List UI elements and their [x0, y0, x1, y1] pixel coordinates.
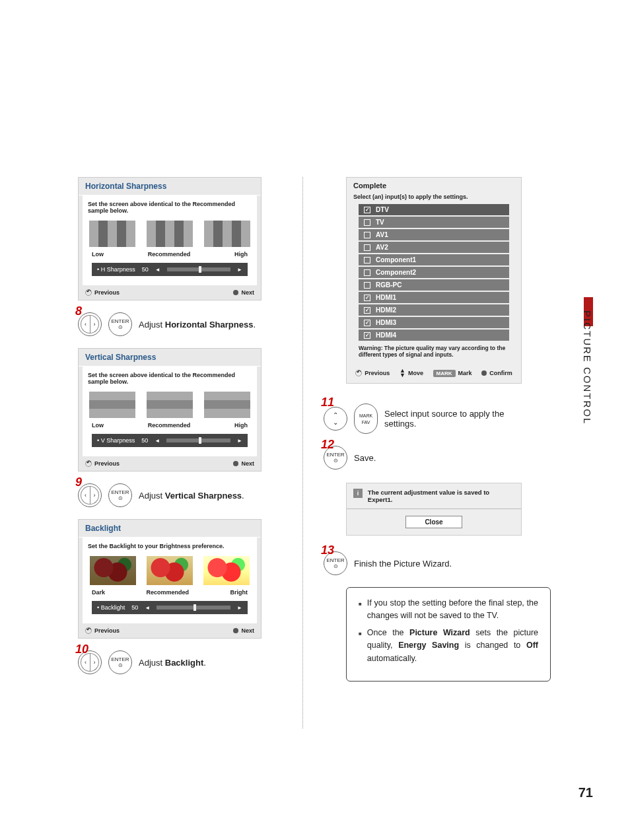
- close-button[interactable]: Close: [405, 516, 462, 528]
- input-row-hdmi3[interactable]: ✓HDMI3: [359, 317, 509, 328]
- up-down-button[interactable]: ⌃⌄: [324, 407, 347, 431]
- checkbox-icon[interactable]: [364, 257, 370, 263]
- label-low: Low: [92, 422, 104, 429]
- enter-button[interactable]: ENTER⊙: [108, 483, 132, 507]
- step-text-post: .: [203, 658, 206, 668]
- sample-high: [204, 392, 250, 418]
- footer-previous[interactable]: Previous: [94, 627, 120, 634]
- input-label: DTV: [376, 206, 389, 213]
- sample-bright: [203, 556, 250, 585]
- input-row-hdmi4[interactable]: ✓HDMI4: [359, 330, 509, 341]
- step-number: 10: [75, 643, 88, 656]
- label-recommended: Recommended: [148, 251, 191, 258]
- step-number: 8: [75, 304, 82, 318]
- note-1: If you stop the setting before the final…: [367, 597, 538, 623]
- sample-high: [204, 221, 250, 247]
- label-dark: Dark: [92, 589, 105, 596]
- footer-previous[interactable]: Previous: [94, 460, 120, 467]
- checkbox-icon[interactable]: [364, 232, 370, 238]
- mark-fav-button[interactable]: MARKFAV: [354, 403, 378, 434]
- enter-button[interactable]: ENTER⊙: [108, 312, 132, 336]
- checkbox-icon[interactable]: [364, 282, 370, 289]
- v-sharpness-slider[interactable]: • V Sharpness 50 ◄ ►: [92, 434, 248, 447]
- panel-instruction: Set the screen above identical to the Re…: [88, 201, 252, 214]
- enter-button[interactable]: ENTER⊙: [108, 650, 132, 674]
- checkbox-icon[interactable]: [364, 219, 370, 226]
- input-row-av1[interactable]: AV1: [359, 229, 509, 240]
- input-row-hdmi1[interactable]: ✓HDMI1: [359, 292, 509, 303]
- footer-confirm[interactable]: Confirm: [489, 370, 512, 376]
- input-label: AV1: [376, 231, 388, 238]
- panel-vertical-sharpness: Vertical Sharpness Set the screen above …: [78, 348, 262, 472]
- label-recommended: Recommended: [146, 589, 189, 596]
- step-text: Save.: [354, 453, 522, 463]
- panel-saved: i The current adjustment value is saved …: [346, 483, 522, 536]
- warning-text: Warning: The picture quality may vary ac…: [347, 342, 521, 365]
- step-8: 8 ‹› ENTER⊙ Adjust Horizontal Sharpness.: [78, 312, 262, 336]
- checkbox-icon[interactable]: ✓: [364, 295, 370, 301]
- back-arrow-icon: [355, 370, 362, 376]
- back-arrow-icon: [85, 627, 92, 634]
- step-text-post: .: [253, 320, 256, 330]
- checkbox-icon[interactable]: ✓: [364, 207, 370, 213]
- triangle-right-icon: ►: [237, 605, 242, 611]
- footer-previous[interactable]: Previous: [94, 289, 120, 296]
- checkbox-icon[interactable]: ✓: [364, 320, 370, 326]
- panel-instruction: Set the screen above identical to the Re…: [88, 372, 252, 385]
- panel-title: Vertical Sharpness: [79, 349, 261, 367]
- panel-subtitle: Select (an) input(s) to apply the settin…: [347, 193, 521, 204]
- input-row-av2[interactable]: AV2: [359, 242, 509, 253]
- updown-icon: ▲▼: [400, 368, 405, 378]
- sample-dark: [90, 556, 136, 585]
- page-number: 71: [578, 785, 593, 800]
- sample-low: [89, 392, 135, 418]
- label-low: Low: [92, 251, 104, 258]
- label-high: High: [234, 251, 248, 258]
- input-label: HDMI2: [376, 306, 396, 314]
- label-high: High: [234, 422, 248, 429]
- checkbox-icon[interactable]: [364, 269, 370, 276]
- dot-icon: [481, 370, 487, 376]
- step-text-pre: Adjust: [139, 320, 165, 330]
- footer-previous[interactable]: Previous: [365, 370, 390, 376]
- checkbox-icon[interactable]: [364, 244, 370, 251]
- panel-title: Complete: [347, 178, 521, 193]
- slider-track[interactable]: [157, 606, 230, 610]
- checkbox-icon[interactable]: ✓: [364, 332, 370, 339]
- input-row-dtv[interactable]: ✓DTV: [359, 204, 509, 215]
- label-bright: Bright: [230, 589, 248, 596]
- triangle-right-icon: ►: [237, 438, 242, 444]
- footer-next[interactable]: Next: [241, 289, 254, 296]
- panel-instruction: Set the Backlight to your Brightness pre…: [88, 543, 252, 549]
- step-text-pre: Adjust: [139, 658, 165, 668]
- note-2: Once the Picture Wizard sets the picture…: [367, 627, 538, 665]
- checkbox-icon[interactable]: ✓: [364, 307, 370, 314]
- step-number: 9: [75, 475, 82, 489]
- h-sharpness-slider[interactable]: • H Sharpness 50 ◄ ►: [92, 263, 248, 276]
- backlight-slider[interactable]: • Backlight 50 ◄ ►: [92, 601, 248, 614]
- sample-recommended: [147, 221, 193, 247]
- input-row-component2[interactable]: Component2: [359, 267, 509, 278]
- dot-icon: [233, 628, 238, 633]
- footer-next[interactable]: Next: [241, 460, 254, 467]
- step-text-pre: Adjust: [139, 491, 165, 501]
- input-row-tv[interactable]: TV: [359, 217, 509, 228]
- input-row-hdmi2[interactable]: ✓HDMI2: [359, 304, 509, 316]
- slider-value: 50: [142, 266, 149, 273]
- notes-box: If you stop the setting before the final…: [346, 587, 551, 682]
- slider-track[interactable]: [166, 438, 230, 442]
- step-9: 9 ‹› ENTER⊙ Adjust Vertical Sharpness.: [78, 483, 262, 507]
- input-label: RGB-PC: [376, 281, 402, 289]
- footer-mark[interactable]: Mark: [458, 370, 472, 376]
- triangle-right-icon: ►: [237, 267, 242, 273]
- footer-move[interactable]: Move: [408, 370, 423, 376]
- triangle-left-icon: ◄: [145, 605, 150, 611]
- input-row-rgb-pc[interactable]: RGB-PC: [359, 279, 509, 291]
- input-row-component1[interactable]: Component1: [359, 254, 509, 265]
- input-label: HDMI4: [376, 332, 396, 339]
- footer-next[interactable]: Next: [241, 627, 254, 634]
- slider-label: • H Sharpness: [97, 266, 135, 273]
- slider-track[interactable]: [167, 267, 230, 271]
- step-text: Finish the Picture Wizard.: [354, 559, 522, 569]
- input-source-list: ✓DTVTVAV1AV2Component1Component2RGB-PC✓H…: [359, 204, 509, 341]
